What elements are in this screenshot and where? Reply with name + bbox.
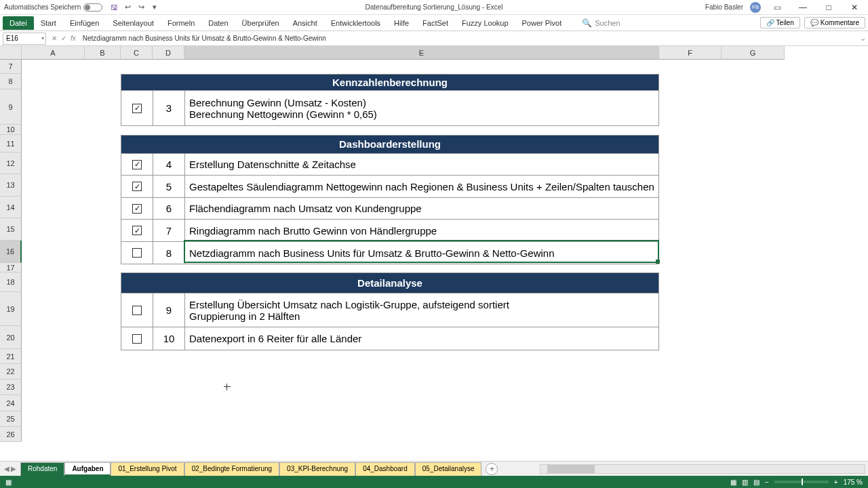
formula-input[interactable]: Netzdiagramm nach Business Units für Ums…: [81, 35, 857, 42]
row-header-23[interactable]: 23: [0, 380, 22, 395]
row-header-24[interactable]: 24: [0, 395, 22, 411]
view-normal-icon[interactable]: ▦: [730, 479, 736, 486]
row-header-14[interactable]: 14: [0, 197, 22, 218]
qat-dropdown-icon[interactable]: ▾: [150, 3, 159, 12]
row-header-11[interactable]: 11: [0, 135, 22, 152]
row-header-18[interactable]: 18: [0, 272, 22, 292]
horizontal-scrollbar[interactable]: [540, 464, 865, 474]
ribbon-tab-factset[interactable]: FactSet: [416, 16, 455, 30]
worksheet[interactable]: ABCDEFG 78910111213141516171819202122232…: [0, 46, 868, 461]
task-description: Berechnung Gewinn (Umsatz - Kosten)Berec…: [185, 91, 658, 125]
tab-next-icon[interactable]: ▶: [11, 465, 16, 472]
ribbon-display-icon[interactable]: ▭: [768, 1, 787, 14]
column-header-A[interactable]: A: [22, 46, 85, 60]
scrollbar-thumb[interactable]: [547, 465, 595, 473]
row-header-17[interactable]: 17: [0, 263, 22, 272]
user-name[interactable]: Fabio Basler: [705, 3, 743, 11]
row-header-16[interactable]: 16: [0, 241, 22, 263]
add-sheet-button[interactable]: +: [486, 463, 498, 475]
row-header-10[interactable]: 10: [0, 125, 22, 135]
task-checkbox[interactable]: ✓: [132, 160, 142, 169]
ribbon-tab-formeln[interactable]: Formeln: [161, 16, 201, 30]
ribbon-tab-überprüfen[interactable]: Überprüfen: [235, 16, 286, 30]
ribbon-tab-start[interactable]: Start: [34, 16, 63, 30]
ribbon-tab-entwicklertools[interactable]: Entwicklertools: [324, 16, 387, 30]
sheet-tab-03-kpi-berechnung[interactable]: 03_KPI-Berechnung: [279, 462, 355, 476]
tab-prev-icon[interactable]: ◀: [4, 465, 9, 472]
row-header-19[interactable]: 19: [0, 292, 22, 326]
row-header-8[interactable]: 8: [0, 74, 22, 89]
row-header-26[interactable]: 26: [0, 427, 22, 442]
column-header-C[interactable]: C: [121, 46, 153, 60]
zoom-in-icon[interactable]: +: [834, 479, 838, 486]
row-header-9[interactable]: 9: [0, 89, 22, 125]
sheet-tab-02-bedingte-formatierung[interactable]: 02_Bedingte Formatierung: [184, 462, 279, 476]
column-header-E[interactable]: E: [184, 46, 659, 60]
checkbox-cell: ✓: [121, 198, 153, 219]
task-description: Erstellung Datenschnitte & Zeitachse: [185, 154, 658, 175]
ribbon-tab-daten[interactable]: Daten: [201, 16, 235, 30]
share-button[interactable]: 🔗Teilen: [760, 17, 800, 28]
row-header-12[interactable]: 12: [0, 152, 22, 174]
row-header-22[interactable]: 22: [0, 364, 22, 380]
row-header-7[interactable]: 7: [0, 60, 22, 74]
task-number: 7: [153, 220, 185, 241]
row-header-25[interactable]: 25: [0, 411, 22, 427]
view-pagelayout-icon[interactable]: ▥: [742, 479, 748, 486]
autosave-toggle[interactable]: Automatisches Speichern: [4, 3, 102, 12]
ribbon-tab-power pivot[interactable]: Power Pivot: [515, 16, 569, 30]
row-header-13[interactable]: 13: [0, 174, 22, 197]
search-box[interactable]: 🔍 Suchen: [582, 18, 620, 28]
sheet-tab-05-detailanalyse[interactable]: 05_Detailanalyse: [415, 462, 482, 476]
ribbon-tab-ansicht[interactable]: Ansicht: [286, 16, 324, 30]
cancel-formula-icon[interactable]: ✕: [52, 35, 57, 42]
select-all-corner[interactable]: [0, 46, 22, 60]
view-pagebreak-icon[interactable]: ▤: [753, 479, 760, 486]
titlebar: Automatisches Speichern 🖫 ↩ ↪ ▾ Datenauf…: [0, 0, 868, 15]
avatar[interactable]: FB: [750, 2, 761, 13]
ribbon-tab-seitenlayout[interactable]: Seitenlayout: [106, 16, 161, 30]
redo-icon[interactable]: ↪: [136, 3, 146, 12]
task-checkbox[interactable]: [132, 306, 142, 315]
ribbon-tab-hilfe[interactable]: Hilfe: [387, 16, 416, 30]
zoom-slider[interactable]: [774, 481, 829, 483]
task-row: 9Erstellung Übersicht Umsatz nach Logist…: [121, 293, 658, 327]
fx-icon[interactable]: fx: [71, 35, 76, 42]
column-header-F[interactable]: F: [659, 46, 722, 60]
maximize-icon[interactable]: □: [819, 1, 838, 14]
toggle-switch[interactable]: [83, 3, 102, 12]
column-header-D[interactable]: D: [153, 46, 184, 60]
task-checkbox[interactable]: ✓: [132, 182, 142, 191]
task-description: Ringdiagramm nach Brutto Gewinn von Händ…: [185, 220, 658, 241]
row-header-20[interactable]: 20: [0, 326, 22, 349]
close-icon[interactable]: ✕: [845, 1, 864, 14]
sheet-tab-01-erstellung-pivot[interactable]: 01_Erstellung Pivot: [111, 462, 184, 476]
tab-nav[interactable]: ◀▶: [0, 465, 20, 472]
column-header-G[interactable]: G: [722, 46, 785, 60]
expand-formula-icon[interactable]: ⌄: [857, 34, 868, 43]
task-checkbox[interactable]: [132, 248, 142, 258]
column-header-B[interactable]: B: [85, 46, 121, 60]
task-checkbox[interactable]: [132, 334, 142, 344]
ribbon-tab-fuzzy lookup[interactable]: Fuzzy Lookup: [455, 16, 515, 30]
row-header-21[interactable]: 21: [0, 349, 22, 364]
zoom-out-icon[interactable]: −: [765, 479, 769, 486]
comments-button[interactable]: 💬Kommentare: [804, 17, 865, 28]
minimize-icon[interactable]: —: [793, 1, 812, 14]
ribbon-tab-einfügen[interactable]: Einfügen: [63, 16, 106, 30]
sheet-tab-aufgaben[interactable]: Aufgaben: [64, 462, 111, 476]
save-icon[interactable]: 🖫: [109, 3, 119, 12]
row-header-15[interactable]: 15: [0, 218, 22, 241]
sheet-tab-04-dashboard[interactable]: 04_Dashboard: [355, 462, 415, 476]
enter-formula-icon[interactable]: ✓: [61, 35, 66, 42]
sheet-tab-rohdaten[interactable]: Rohdaten: [20, 462, 64, 476]
name-box[interactable]: E16: [3, 33, 46, 45]
block-header: Detailanalyse: [121, 273, 658, 293]
task-checkbox[interactable]: ✓: [132, 104, 142, 113]
task-checkbox[interactable]: ✓: [132, 204, 142, 214]
share-icon: 🔗: [766, 19, 774, 26]
task-checkbox[interactable]: ✓: [132, 226, 142, 235]
undo-icon[interactable]: ↩: [123, 3, 132, 12]
ribbon-tab-file[interactable]: Datei: [3, 16, 34, 30]
zoom-level[interactable]: 175 %: [844, 479, 863, 486]
